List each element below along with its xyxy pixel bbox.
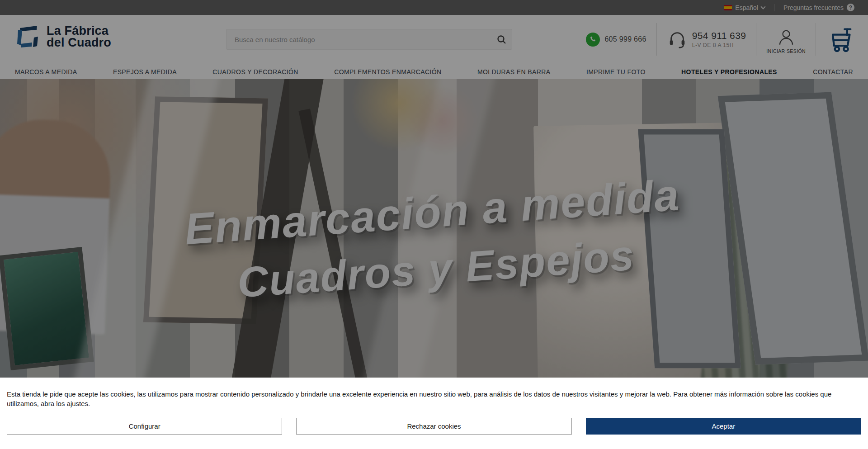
cookie-message: Esta tienda le pide que acepte las cooki…: [7, 389, 861, 408]
configure-cookies-button[interactable]: Configurar: [7, 418, 282, 435]
cookie-buttons-row: Configurar Rechazar cookies Aceptar: [7, 418, 861, 435]
cookie-consent-banner: Esta tienda le pide que acepte las cooki…: [0, 378, 868, 449]
reject-cookies-button[interactable]: Rechazar cookies: [296, 418, 571, 435]
accept-cookies-button[interactable]: Aceptar: [586, 418, 861, 435]
